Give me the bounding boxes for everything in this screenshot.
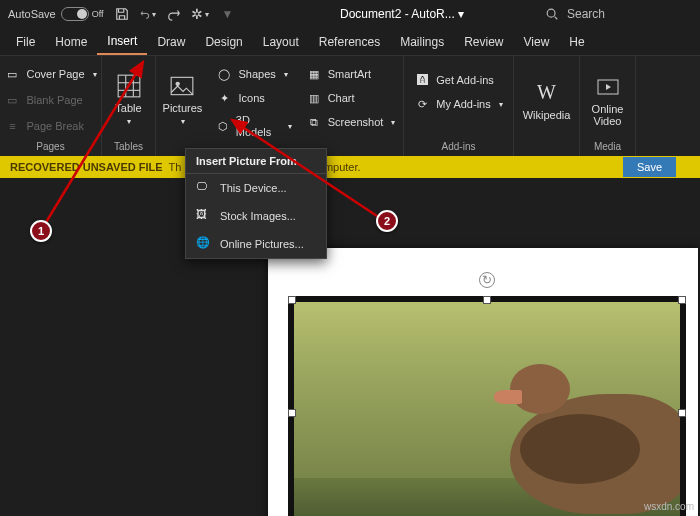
resize-handle[interactable] <box>288 409 296 417</box>
group-addins-label: Add-ins <box>442 139 476 154</box>
table-button[interactable]: Table▾ <box>107 60 151 139</box>
group-tables-label: Tables <box>114 139 143 154</box>
resize-handle[interactable] <box>678 409 686 417</box>
brightness-icon[interactable]: ✲▾ <box>192 6 208 22</box>
tab-draw[interactable]: Draw <box>147 28 195 55</box>
picture-icon <box>168 72 196 100</box>
redo-icon[interactable] <box>166 6 182 22</box>
pictures-button[interactable]: Pictures▾ <box>160 60 204 140</box>
save-icon[interactable] <box>114 6 130 22</box>
tab-mailings[interactable]: Mailings <box>390 28 454 55</box>
svg-point-0 <box>547 9 555 17</box>
save-button[interactable]: Save <box>623 157 676 177</box>
cube-icon: ⬡ <box>216 118 229 134</box>
menu-this-device[interactable]: 🖵This Device... <box>186 174 326 202</box>
document-title[interactable]: Document2 - AutoR... ▾ <box>340 7 464 21</box>
shapes-icon: ◯ <box>216 66 232 82</box>
page-icon: ▭ <box>4 66 20 82</box>
icons-button[interactable]: ✦Icons <box>214 88 293 108</box>
search-icon <box>545 7 559 21</box>
callout-2: 2 <box>376 210 398 232</box>
autosave-state: Off <box>92 9 104 19</box>
autosave-label: AutoSave <box>8 8 56 20</box>
callout-1: 1 <box>30 220 52 242</box>
chart-icon: ▥ <box>306 90 322 106</box>
ribbon-tabs: File Home Insert Draw Design Layout Refe… <box>0 28 700 56</box>
ribbon: ▭Cover Page▾ ▭Blank Page ≡Page Break Pag… <box>0 56 700 156</box>
my-addins-button[interactable]: ⟳My Add-ins▾ <box>412 94 504 114</box>
page-icon: ▭ <box>4 92 20 108</box>
watermark: wsxdn.com <box>644 501 694 512</box>
smartart-button[interactable]: ▦SmartArt <box>304 64 398 84</box>
wikipedia-icon: W <box>533 79 561 107</box>
rotate-handle[interactable]: ↻ <box>479 272 495 288</box>
video-icon <box>594 73 622 101</box>
menu-header: Insert Picture From <box>186 149 326 174</box>
tab-home[interactable]: Home <box>45 28 97 55</box>
autosave-toggle[interactable]: AutoSave Off <box>8 7 104 21</box>
search-box[interactable]: Search <box>545 7 605 21</box>
tab-review[interactable]: Review <box>454 28 513 55</box>
chart-button[interactable]: ▥Chart <box>304 88 398 108</box>
tab-layout[interactable]: Layout <box>253 28 309 55</box>
tab-references[interactable]: References <box>309 28 390 55</box>
menu-stock-images[interactable]: 🖼Stock Images... <box>186 202 326 230</box>
page-break-button[interactable]: ≡Page Break <box>2 116 98 136</box>
bar-title: RECOVERED UNSAVED FILE <box>10 161 163 173</box>
title-bar: AutoSave Off ▾ ✲▾ ▼ Document2 - AutoR...… <box>0 0 700 28</box>
recovered-file-bar: RECOVERED UNSAVED FILE Th emporarily sto… <box>0 156 700 178</box>
tab-file[interactable]: File <box>6 28 45 55</box>
inserted-picture[interactable]: ↻ <box>288 296 686 516</box>
screenshot-button[interactable]: ⧉Screenshot▾ <box>304 112 398 132</box>
menu-online-pictures[interactable]: 🌐Online Pictures... <box>186 230 326 258</box>
tab-help[interactable]: He <box>559 28 594 55</box>
smartart-icon: ▦ <box>306 66 322 82</box>
resize-handle[interactable] <box>288 296 296 304</box>
addins-icon: ⟳ <box>414 96 430 112</box>
globe-icon: 🌐 <box>196 236 212 252</box>
device-icon: 🖵 <box>196 180 212 196</box>
undo-icon[interactable]: ▾ <box>140 6 156 22</box>
svg-line-1 <box>555 17 558 20</box>
cover-page-button[interactable]: ▭Cover Page▾ <box>2 64 98 84</box>
get-addins-button[interactable]: 🅰Get Add-ins <box>412 70 504 90</box>
tab-insert[interactable]: Insert <box>97 28 147 55</box>
tab-design[interactable]: Design <box>195 28 252 55</box>
break-icon: ≡ <box>4 118 20 134</box>
tab-view[interactable]: View <box>514 28 560 55</box>
table-icon <box>115 72 143 100</box>
3d-models-button[interactable]: ⬡3D Models▾ <box>214 112 293 140</box>
shapes-button[interactable]: ◯Shapes▾ <box>214 64 293 84</box>
group-media-label: Media <box>594 139 621 154</box>
toggle-off-icon[interactable] <box>61 7 89 21</box>
blank-page-button[interactable]: ▭Blank Page <box>2 90 98 110</box>
wikipedia-button[interactable]: WWikipedia <box>519 60 575 139</box>
search-placeholder: Search <box>567 7 605 21</box>
svg-rect-2 <box>118 75 140 97</box>
insert-picture-menu: Insert Picture From 🖵This Device... 🖼Sto… <box>185 148 327 259</box>
duck-image <box>460 344 680 516</box>
icons-icon: ✦ <box>216 90 232 106</box>
resize-handle[interactable] <box>678 296 686 304</box>
group-pages-label: Pages <box>36 139 64 154</box>
resize-handle[interactable] <box>483 296 491 304</box>
stock-icon: 🖼 <box>196 208 212 224</box>
document-canvas[interactable]: ↻ <box>0 178 700 516</box>
screenshot-icon: ⧉ <box>306 114 322 130</box>
store-icon: 🅰 <box>414 72 430 88</box>
online-video-button[interactable]: Online Video <box>586 60 630 139</box>
